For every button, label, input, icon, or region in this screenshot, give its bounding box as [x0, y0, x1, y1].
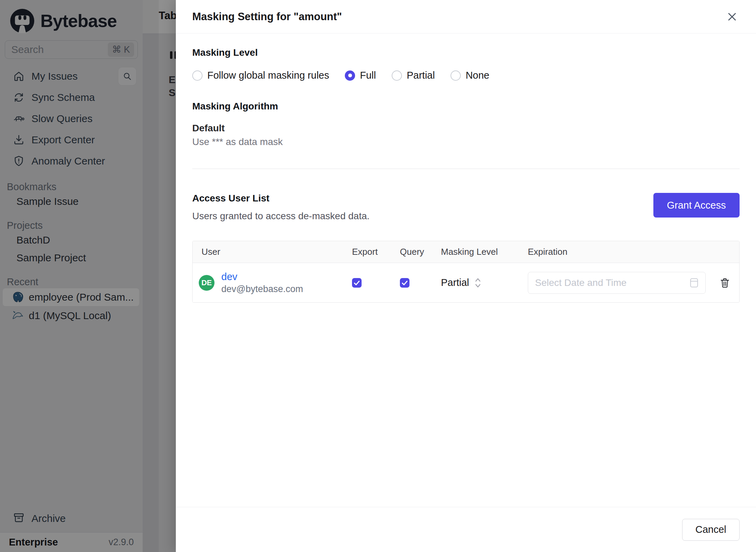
user-name-link[interactable]: dev	[221, 271, 303, 283]
calendar-icon	[689, 277, 699, 288]
modal-footer: Cancel	[176, 507, 756, 552]
masking-level-select[interactable]: Partial	[441, 277, 481, 289]
chevron-updown-icon	[474, 277, 481, 289]
algorithm-name: Default	[192, 123, 740, 134]
table-row: DE dev dev@bytebase.com	[193, 263, 739, 302]
radio-icon	[192, 70, 203, 81]
user-cell: DE dev dev@bytebase.com	[193, 271, 343, 295]
masking-level-cell: Partial	[432, 277, 519, 289]
divider	[192, 169, 740, 169]
expiration-cell: Select Date and Time	[519, 272, 739, 294]
grant-access-button[interactable]: Grant Access	[653, 193, 740, 218]
radio-label: Follow global masking rules	[207, 70, 329, 81]
col-query: Query	[391, 247, 432, 257]
radio-full[interactable]: Full	[345, 70, 376, 81]
close-button[interactable]	[725, 9, 740, 24]
modal-body: Masking Level Follow global masking rule…	[176, 34, 756, 507]
access-user-list-header: Access User List Users granted to access…	[192, 193, 740, 222]
masking-level-value: Partial	[441, 277, 469, 288]
query-cell	[391, 278, 432, 288]
radio-label: None	[466, 70, 489, 81]
check-icon	[353, 279, 361, 287]
access-user-table: User Export Query Masking Level Expirati…	[192, 241, 740, 303]
close-icon	[726, 11, 738, 23]
access-user-list-subtitle: Users granted to access de-masked data.	[192, 211, 369, 222]
query-checkbox[interactable]	[400, 278, 409, 288]
masking-algorithm-heading: Masking Algorithm	[192, 101, 740, 112]
masking-setting-modal: Masking Setting for "amount" Masking Lev…	[176, 0, 756, 552]
export-cell	[343, 278, 391, 288]
radio-label: Partial	[407, 70, 435, 81]
masking-level-radio-group: Follow global masking rules Full Partial…	[192, 70, 740, 81]
radio-label: Full	[360, 70, 376, 81]
col-expiration: Expiration	[519, 247, 739, 257]
cancel-button[interactable]: Cancel	[682, 519, 740, 541]
expiration-placeholder: Select Date and Time	[535, 277, 689, 288]
check-icon	[401, 279, 408, 287]
bytebase-app: Bytebase ⌘ K My Issues Sync Schema	[0, 0, 756, 552]
radio-icon	[451, 70, 461, 81]
col-masking-level: Masking Level	[432, 247, 519, 257]
expiration-input[interactable]: Select Date and Time	[528, 272, 706, 294]
radio-follow-global[interactable]: Follow global masking rules	[192, 70, 329, 81]
table-header-row: User Export Query Masking Level Expirati…	[193, 241, 739, 263]
modal-header: Masking Setting for "amount"	[176, 0, 756, 34]
modal-title: Masking Setting for "amount"	[192, 11, 342, 23]
radio-icon-selected	[345, 70, 355, 81]
col-export: Export	[343, 247, 391, 257]
export-checkbox[interactable]	[352, 278, 362, 288]
col-user: User	[193, 247, 343, 257]
masking-level-heading: Masking Level	[192, 47, 740, 58]
delete-access-button[interactable]	[719, 277, 730, 288]
radio-none[interactable]: None	[451, 70, 489, 81]
access-user-list-heading: Access User List	[192, 193, 369, 204]
trash-icon	[719, 277, 730, 288]
algorithm-description: Use *** as data mask	[192, 136, 740, 147]
user-email: dev@bytebase.com	[221, 284, 303, 295]
radio-icon	[392, 70, 402, 81]
avatar: DE	[199, 275, 214, 291]
radio-partial[interactable]: Partial	[392, 70, 435, 81]
